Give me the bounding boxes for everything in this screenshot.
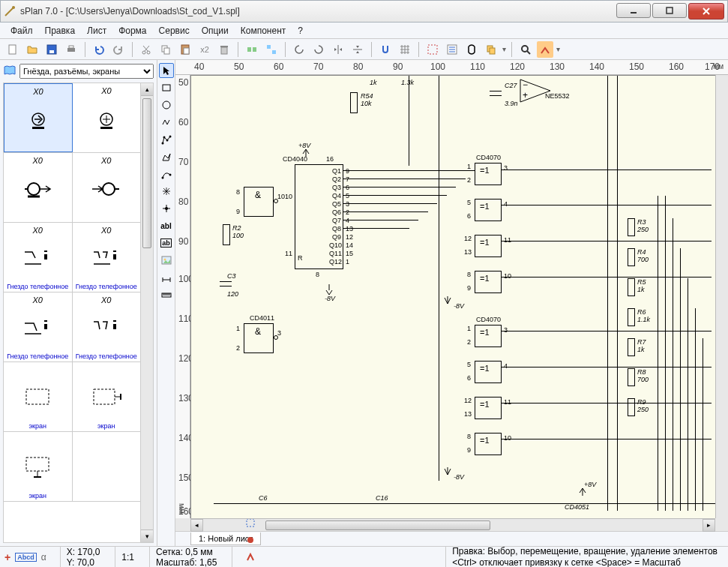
svg-point-62 (163, 259, 166, 261)
dup-button[interactable] (244, 41, 260, 58)
svg-rect-37 (113, 250, 116, 260)
status-icon-alpha[interactable]: α (41, 552, 46, 562)
maximize-button[interactable] (652, 3, 687, 18)
component-item[interactable]: экран (4, 432, 73, 501)
vertical-toolbar: abI ab (157, 60, 175, 546)
svg-point-0 (12, 6, 15, 9)
tool-zigzag[interactable] (159, 115, 174, 130)
tool-rect[interactable] (159, 80, 174, 95)
select-rect-button[interactable] (424, 41, 441, 58)
component-item[interactable]: X0 Гнездо телефонное (73, 292, 141, 362)
component-item[interactable]: X0 (4, 153, 73, 222)
special-button[interactable] (537, 41, 553, 58)
main-area: Гнёзда, разъёмы, экраны X0 X0 X0 (0, 60, 728, 546)
status-icon-abcd[interactable]: Abcd (15, 553, 37, 562)
menu-help[interactable]: ? (292, 24, 309, 38)
tool-pointer[interactable] (159, 63, 174, 78)
svg-rect-3 (9, 45, 16, 54)
minimize-button[interactable] (616, 3, 651, 18)
canvas-vscroll[interactable] (715, 75, 728, 518)
svg-rect-15 (220, 46, 228, 47)
tool-circle[interactable] (159, 98, 174, 112)
svg-rect-6 (67, 48, 75, 52)
undo-button[interactable] (91, 41, 107, 58)
library-icon (3, 64, 16, 79)
vertical-ruler: 50 60 70 80 90 100 110 120 130 140 150 1… (175, 75, 190, 518)
find-button[interactable] (463, 41, 480, 58)
group-button[interactable] (263, 41, 280, 58)
menu-bar: Файл Правка Лист Форма Сервис Опции Комп… (0, 22, 728, 39)
svg-point-54 (166, 140, 168, 142)
svg-rect-11 (164, 48, 169, 54)
component-item[interactable]: X0 Гнездо телефонное (73, 223, 141, 292)
mirror-h-button[interactable] (330, 41, 346, 58)
menu-options[interactable]: Опции (196, 24, 235, 38)
component-item[interactable]: экран (4, 362, 73, 431)
print-button[interactable] (63, 41, 79, 58)
tool-special[interactable] (159, 184, 174, 199)
component-item[interactable]: X0 (73, 83, 140, 152)
svg-line-25 (527, 51, 530, 54)
menu-sheet[interactable]: Лист (81, 24, 112, 38)
close-button[interactable] (688, 3, 724, 20)
svg-rect-18 (267, 45, 271, 49)
component-item[interactable]: экран (73, 362, 141, 431)
svg-rect-23 (490, 48, 495, 54)
svg-point-57 (169, 174, 171, 176)
component-scrollbar[interactable]: ▴ ▾ (141, 82, 154, 543)
status-icon-plus[interactable]: + (4, 551, 10, 563)
tool-textbox[interactable]: ab (159, 236, 174, 250)
tool-polygon1[interactable] (159, 132, 174, 147)
component-item[interactable]: X0 Гнездо телефонное (4, 223, 73, 292)
copy-button[interactable] (157, 41, 174, 58)
tool-polygon2[interactable] (159, 149, 174, 164)
tool-ruler[interactable] (159, 287, 174, 302)
sheet-tabs: 1: Новый лист (175, 531, 728, 546)
component-item[interactable]: X0 Гнездо телефонное (4, 292, 73, 362)
schematic-canvas[interactable]: R54 10k 1k 1.3k C27 3.9n −+ NE5532 +8V C… (190, 75, 715, 518)
rotate-right-button[interactable] (310, 41, 327, 58)
tool-measure[interactable] (159, 270, 174, 285)
mirror-v-button[interactable] (349, 41, 366, 58)
save-button[interactable] (43, 41, 60, 58)
paste-button[interactable] (177, 41, 193, 58)
open-button[interactable] (24, 41, 40, 58)
tool-node[interactable] (159, 201, 174, 216)
svg-rect-7 (69, 46, 73, 48)
grid-button[interactable] (397, 41, 413, 58)
cut-button[interactable] (138, 41, 154, 58)
svg-point-55 (169, 136, 171, 138)
canvas-hscroll[interactable]: ◂ ▸ (190, 518, 715, 531)
tool-image[interactable] (159, 253, 174, 268)
svg-rect-43 (26, 389, 49, 404)
list-button[interactable] (444, 41, 460, 58)
component-item[interactable]: X0 (4, 83, 73, 152)
menu-service[interactable]: Сервис (153, 24, 196, 38)
menu-form[interactable]: Форма (112, 24, 152, 38)
menu-edit[interactable]: Правка (39, 24, 82, 38)
svg-rect-41 (113, 320, 116, 329)
svg-rect-2 (667, 8, 673, 14)
status-tool-icon[interactable] (245, 535, 256, 548)
clone-button[interactable]: x2 (196, 41, 213, 58)
menu-file[interactable]: Файл (4, 24, 39, 38)
svg-point-24 (522, 46, 528, 52)
component-item[interactable]: X0 (73, 153, 141, 222)
zoom-button[interactable] (517, 41, 534, 58)
svg-point-8 (142, 51, 145, 54)
layers-button[interactable] (483, 41, 499, 58)
redo-button[interactable] (110, 41, 127, 58)
tool-bezier[interactable] (159, 166, 174, 182)
delete-button[interactable] (216, 41, 232, 58)
component-item[interactable] (73, 432, 141, 501)
category-select[interactable]: Гнёзда, разъёмы, экраны (19, 64, 154, 79)
rotate-left-button[interactable] (291, 41, 307, 58)
menu-component[interactable]: Компонент (235, 24, 292, 38)
status-tool-icon[interactable] (245, 552, 256, 565)
tool-text[interactable]: abI (159, 218, 174, 233)
svg-rect-40 (44, 322, 47, 324)
svg-rect-42 (113, 322, 116, 324)
new-button[interactable] (4, 41, 21, 58)
snap-button[interactable] (377, 41, 394, 58)
svg-rect-35 (44, 250, 47, 260)
